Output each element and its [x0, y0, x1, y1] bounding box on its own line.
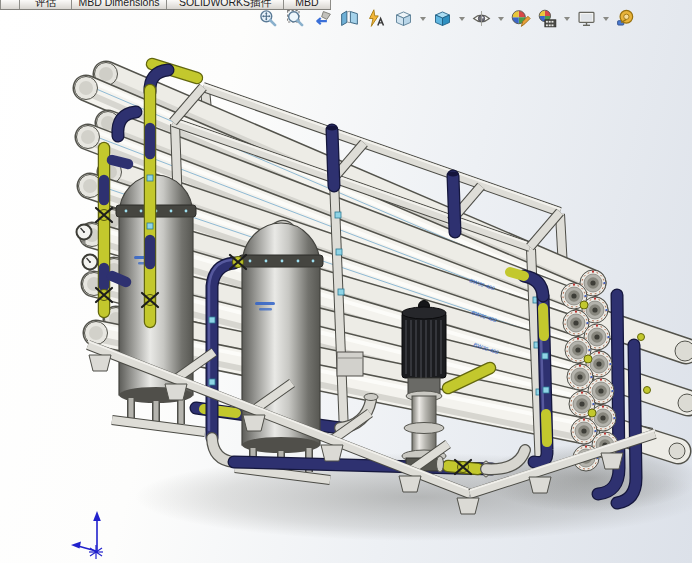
dynamic-annotation-views-icon[interactable]	[365, 7, 388, 30]
view-orientation-icon[interactable]	[392, 7, 415, 30]
junction-box[interactable]	[337, 352, 363, 376]
tank-brand-mark	[255, 302, 275, 305]
view-settings-icon[interactable]	[575, 7, 598, 30]
security-filter-tank-1[interactable]	[112, 175, 205, 432]
tab-mbd-dimensions[interactable]: MBD Dimensions	[72, 0, 167, 9]
previous-view-icon[interactable]	[311, 7, 334, 30]
apply-scene-dropdown[interactable]	[564, 17, 570, 21]
origin-triad	[71, 511, 103, 559]
section-view-icon[interactable]	[338, 7, 361, 30]
zoom-to-area-icon[interactable]	[284, 7, 307, 30]
graphics-viewport[interactable]: BW30-400 BW30-400 BW30-400	[0, 0, 692, 563]
tab-evaluate[interactable]: 评估	[20, 0, 72, 9]
measure-icon[interactable]	[614, 7, 637, 30]
display-style-icon[interactable]	[431, 7, 454, 30]
security-filter-tank-2[interactable]	[235, 223, 330, 480]
tab-clipped[interactable]	[0, 0, 20, 9]
hide-show-items-icon[interactable]	[470, 7, 493, 30]
heads-up-view-toolbar	[257, 7, 637, 30]
apply-scene-icon[interactable]	[536, 7, 559, 30]
view-settings-dropdown[interactable]	[603, 17, 609, 21]
solidworks-window: BW30-400 BW30-400 BW30-400	[0, 0, 692, 563]
edit-appearance-icon[interactable]	[509, 7, 532, 30]
zoom-to-fit-icon[interactable]	[257, 7, 280, 30]
view-orientation-dropdown[interactable]	[420, 17, 426, 21]
display-style-dropdown[interactable]	[459, 17, 465, 21]
hide-show-items-dropdown[interactable]	[498, 17, 504, 21]
